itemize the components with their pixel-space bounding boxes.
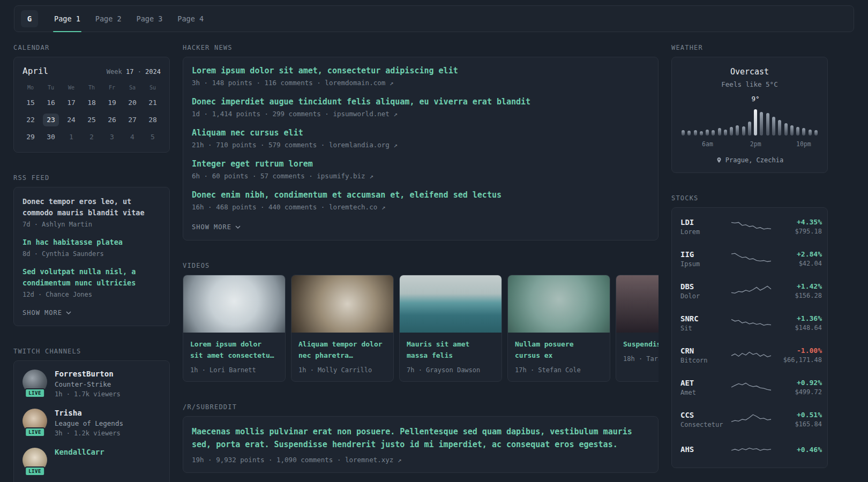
- weather-location-row: Prague, Czechia: [680, 156, 819, 164]
- stock-symbol-link[interactable]: AET: [680, 379, 731, 387]
- weather-hour-bar: [784, 123, 788, 135]
- stock-price: $499.72: [772, 388, 822, 396]
- stock-symbol-link[interactable]: CCS: [680, 411, 731, 419]
- subreddit-post-domain-link[interactable]: loremnet.xyz ↗: [345, 456, 401, 464]
- rss-list: Donec tempor eros leo, ut commodo mauris…: [23, 196, 161, 298]
- app-logo[interactable]: G: [21, 10, 38, 27]
- stock-name: Amet: [680, 389, 731, 396]
- stock-row: SNRC Sit +1.36% $148.64: [672, 307, 827, 339]
- stock-change: +1.42%: [772, 282, 822, 290]
- video-meta: 1h · Molly Carrillo: [291, 362, 393, 381]
- twitch-channel-link[interactable]: KendallCarr: [55, 448, 104, 456]
- stock-symbol-link[interactable]: CRN: [680, 347, 731, 355]
- hackernews-item-domain-link[interactable]: ipsumify.biz ↗: [317, 172, 373, 180]
- twitch-meta: 1h · 1.7k viewers: [55, 390, 121, 398]
- hackernews-item-link[interactable]: Donec enim nibh, condimentum et accumsan…: [192, 190, 649, 200]
- rss-card: Donec tempor eros leo, ut commodo mauris…: [13, 187, 170, 326]
- hackernews-item-domain-link[interactable]: loremtech.co ↗: [329, 203, 385, 211]
- videos-section-title: VIDEOS: [183, 262, 659, 269]
- middle-column: HACKER NEWS Lorem ipsum dolor sit amet, …: [183, 44, 659, 482]
- stock-id: CRN Bitcorn: [680, 347, 731, 364]
- subreddit-section-title: /R/SUBREDDIT: [183, 403, 659, 411]
- hackernews-item: Lorem ipsum dolor sit amet, consectetur …: [192, 66, 649, 87]
- weather-hour-bar: [796, 127, 799, 135]
- stocks-list: LDI Lorem +4.35% $795.18 IIG Ipsum +2.84…: [672, 210, 827, 465]
- twitch-channel-info: ForrestBurton Counter-Strike 1h · 1.7k v…: [55, 370, 121, 398]
- twitch-channel-link[interactable]: ForrestBurton: [55, 370, 121, 378]
- twitch-channel-item: LIVE Trisha League of Legends 3h · 1.2k …: [23, 409, 161, 437]
- stock-name: Sit: [680, 325, 731, 332]
- hackernews-item-domain-link[interactable]: loremdomain.com ↗: [325, 79, 393, 87]
- stock-symbol-link[interactable]: DBS: [680, 282, 731, 291]
- calendar-day: 30: [41, 131, 61, 144]
- video-title-link[interactable]: Nullam posuere cursus ex: [508, 333, 610, 362]
- subreddit-widget: /R/SUBREDDIT Maecenas mollis pulvinar er…: [183, 403, 659, 473]
- twitch-avatar: LIVE: [23, 370, 47, 394]
- tab-page-2[interactable]: Page 2: [88, 6, 129, 32]
- hackernews-item-stats: 1d · 1,414 points · 299 comments ·: [192, 110, 329, 118]
- video-title-link[interactable]: Suspendisse diam: [616, 333, 659, 350]
- calendar-week-info: Week 17 · 2024: [107, 68, 161, 76]
- calendar-year: 2024: [145, 68, 161, 76]
- video-card[interactable]: Aliquam tempor dolor nec pharetra… 1h · …: [291, 275, 394, 382]
- twitch-channel-link[interactable]: Trisha: [55, 409, 123, 417]
- stock-change: +0.46%: [772, 446, 822, 454]
- rss-item-link[interactable]: Sed volutpat nulla nisl, a condimentum n…: [23, 266, 161, 289]
- live-badge: LIVE: [25, 466, 45, 476]
- weather-card: Overcast Feels like 5°C 9° 6am2pm10pm Pr…: [671, 57, 828, 173]
- video-title-link[interactable]: Mauris sit amet massa felis: [400, 333, 502, 362]
- video-card[interactable]: Mauris sit amet massa felis 7h · Grayson…: [399, 275, 502, 382]
- rss-item-link[interactable]: Donec tempor eros leo, ut commodo mauris…: [23, 196, 161, 219]
- weather-hour-bar: [766, 113, 769, 135]
- calendar-dow: We: [61, 84, 81, 92]
- twitch-avatar: LIVE: [23, 409, 47, 433]
- stock-values: +0.46%: [772, 446, 822, 455]
- hackernews-item-domain-link[interactable]: loremlandia.org ↗: [329, 141, 398, 149]
- hackernews-show-more-button[interactable]: SHOW MORE: [192, 221, 241, 231]
- stock-name: Bitcorn: [680, 357, 731, 364]
- calendar-week-label: Week: [107, 68, 122, 76]
- tab-page-3[interactable]: Page 3: [129, 6, 170, 32]
- chevron-down-icon: [66, 311, 71, 314]
- stock-sparkline: [731, 315, 772, 330]
- video-meta: 18h · Tara: [616, 350, 659, 370]
- hackernews-item-link[interactable]: Integer eget rutrum lorem: [192, 159, 649, 169]
- stock-change: +1.36%: [772, 314, 822, 322]
- subreddit-post-link[interactable]: Maecenas mollis pulvinar erat non posuer…: [192, 425, 649, 452]
- hackernews-item-link[interactable]: Lorem ipsum dolor sit amet, consectetur …: [192, 66, 649, 76]
- stock-price: $165.84: [772, 420, 822, 428]
- tab-page-4[interactable]: Page 4: [170, 6, 211, 32]
- weather-current-hour-bar: [754, 109, 757, 135]
- right-column: WEATHER Overcast Feels like 5°C 9° 6am2p…: [671, 44, 828, 482]
- hackernews-item-meta: 16h · 468 points · 440 comments · loremt…: [192, 203, 649, 211]
- stock-price: $795.18: [772, 228, 822, 235]
- stock-sparkline: [731, 443, 772, 458]
- stock-symbol-link[interactable]: AHS: [680, 445, 731, 454]
- stock-values: -1.00% $66,171.48: [772, 347, 822, 364]
- stock-sparkline: [731, 348, 772, 363]
- calendar-day: 27: [122, 114, 143, 126]
- twitch-meta: 3h · 1.2k viewers: [55, 430, 123, 437]
- calendar-day: 22: [20, 114, 41, 126]
- video-title-link[interactable]: Aliquam tempor dolor nec pharetra…: [291, 333, 393, 362]
- rss-show-more-button[interactable]: SHOW MORE: [23, 307, 71, 317]
- rss-item-link[interactable]: In hac habitasse platea: [23, 237, 161, 248]
- hackernews-item-link[interactable]: Aliquam nec cursus elit: [192, 128, 649, 138]
- stock-symbol-link[interactable]: LDI: [680, 218, 731, 227]
- video-card[interactable]: Suspendisse diam 18h · Tara: [616, 275, 659, 382]
- hackernews-item-stats: 21h · 710 points · 579 comments ·: [192, 141, 325, 149]
- video-title-link[interactable]: Lorem ipsum dolor sit amet consectetu…: [183, 333, 285, 362]
- twitch-channel-info: KendallCarr: [55, 448, 104, 456]
- video-card[interactable]: Lorem ipsum dolor sit amet consectetu… 1…: [183, 275, 286, 382]
- twitch-category: Counter-Strike: [55, 380, 121, 388]
- hackernews-item-domain-link[interactable]: ipsumworld.net ↗: [333, 110, 397, 118]
- stock-symbol-link[interactable]: IIG: [680, 250, 731, 259]
- weather-current-temp: 9°: [752, 95, 760, 103]
- hackernews-item-link[interactable]: Donec imperdiet augue tincidunt felis al…: [192, 97, 649, 107]
- weather-hour-bar: [772, 117, 775, 135]
- stock-symbol-link[interactable]: SNRC: [680, 314, 731, 323]
- twitch-avatar: LIVE: [23, 448, 47, 472]
- tab-page-1[interactable]: Page 1: [47, 6, 88, 32]
- stock-sparkline: [731, 380, 772, 395]
- video-card[interactable]: Nullam posuere cursus ex 17h · Stefan Co…: [507, 275, 610, 382]
